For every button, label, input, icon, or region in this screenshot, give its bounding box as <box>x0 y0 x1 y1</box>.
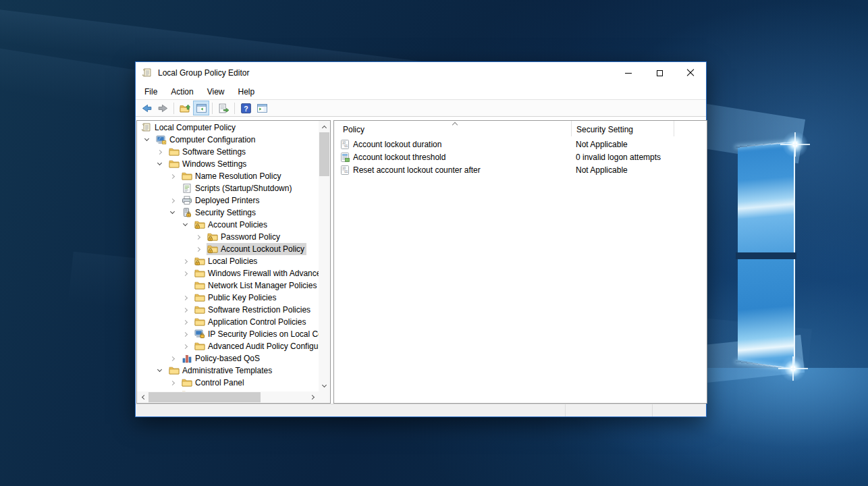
tree-item-local-policies[interactable]: Local Policies <box>137 255 319 267</box>
tree-item-computer-configuration[interactable]: Computer Configuration <box>137 134 319 146</box>
tree-item-name-resolution-policy[interactable]: Name Resolution Policy <box>137 170 319 182</box>
status-separator <box>565 404 566 416</box>
tree-horizontal-scrollbar[interactable] <box>137 392 319 403</box>
list-row-account-lockout-duration[interactable]: Account lockout duration Not Applicable <box>334 138 707 151</box>
chevron-down-icon[interactable] <box>155 163 168 165</box>
chevron-right-icon[interactable] <box>155 151 168 154</box>
scroll-icon <box>142 68 153 78</box>
chevron-right-icon[interactable] <box>168 199 181 202</box>
folder-icon <box>182 171 192 182</box>
help-button[interactable] <box>238 101 254 115</box>
tree-item-administrative-templates[interactable]: Administrative Templates <box>137 364 319 377</box>
folder-lock-icon <box>207 244 218 254</box>
folder-icon <box>194 292 205 303</box>
scroll-up-arrow[interactable] <box>319 121 330 132</box>
sort-ascending-icon <box>452 122 458 128</box>
tree-item-account-lockout-policy[interactable]: Account Lockout Policy <box>137 243 319 255</box>
column-header-policy[interactable]: Policy <box>334 121 571 136</box>
console-tree-panel: Local Computer Policy Computer Configura… <box>136 120 331 404</box>
policy-not-defined-icon <box>340 139 350 150</box>
scroll-down-arrow[interactable] <box>319 380 330 392</box>
tree-item-scripts[interactable]: Scripts (Startup/Shutdown) <box>137 182 319 194</box>
list-row-reset-account-lockout-counter[interactable]: Reset account lockout counter after Not … <box>334 163 707 176</box>
tree-vertical-scrollbar[interactable] <box>319 121 330 392</box>
export-list-icon <box>218 103 229 114</box>
tree-item-public-key-policies[interactable]: Public Key Policies <box>137 292 319 304</box>
tree-item-software-restriction-policies[interactable]: Software Restriction Policies <box>137 304 319 316</box>
toolbar-separator <box>234 103 235 114</box>
tree-item-deployed-printers[interactable]: Deployed Printers <box>137 194 319 207</box>
folder-icon <box>169 159 180 169</box>
horizontal-scroll-thumb[interactable] <box>148 392 261 402</box>
folder-icon <box>194 280 205 291</box>
maximize-button[interactable] <box>644 62 675 84</box>
folder-lock-icon <box>194 256 205 267</box>
chevron-right-icon[interactable] <box>181 308 194 312</box>
policy-defined-icon <box>340 152 350 163</box>
tree-item-application-control-policies[interactable]: Application Control Policies <box>137 316 319 328</box>
tree-item-account-policies[interactable]: Account Policies <box>137 219 319 231</box>
maximize-icon <box>657 70 663 76</box>
scroll-left-arrow[interactable] <box>137 392 148 403</box>
menu-file[interactable]: File <box>138 85 164 99</box>
menu-help[interactable]: Help <box>232 85 262 99</box>
tree-item-policy-based-qos[interactable]: Policy-based QoS <box>137 352 319 364</box>
column-header-security-setting[interactable]: Security Setting <box>571 121 674 136</box>
minimize-button[interactable] <box>613 62 644 84</box>
back-icon <box>141 103 153 114</box>
folder-icon <box>194 268 205 279</box>
local-group-policy-editor-window: Local Group Policy Editor File Action Vi… <box>135 61 707 417</box>
forward-button[interactable] <box>155 101 171 115</box>
column-header-empty[interactable] <box>674 121 707 136</box>
chevron-right-icon[interactable] <box>168 175 181 178</box>
folder-icon <box>169 146 180 157</box>
chevron-right-icon[interactable] <box>168 357 181 360</box>
windows-logo-gap <box>736 252 796 259</box>
show-console-tree-button[interactable] <box>193 101 209 115</box>
tree-item-security-settings[interactable]: Security Settings <box>137 207 319 219</box>
show-action-pane-button[interactable] <box>254 101 270 115</box>
desktop: Local Group Policy Editor File Action Vi… <box>0 0 868 486</box>
toolbar <box>136 99 706 117</box>
vertical-scroll-thumb[interactable] <box>319 132 329 176</box>
policy-list-panel: Policy Security Setting Account lockout … <box>333 120 707 404</box>
chevron-right-icon[interactable] <box>194 248 207 251</box>
chevron-right-icon[interactable] <box>181 296 194 300</box>
close-button[interactable] <box>675 62 706 84</box>
scroll-right-arrow[interactable] <box>307 392 319 403</box>
tree-item-advanced-audit-policy[interactable]: Advanced Audit Policy Configur <box>137 340 319 352</box>
export-list-button[interactable] <box>215 101 232 115</box>
chevron-right-icon[interactable] <box>168 381 181 385</box>
chevron-right-icon[interactable] <box>181 260 194 263</box>
light-glint <box>778 354 808 383</box>
menu-action[interactable]: Action <box>164 85 200 99</box>
console-body: Local Computer Policy Computer Configura… <box>136 117 706 404</box>
tree-item-control-panel[interactable]: Control Panel <box>137 377 319 389</box>
tree-item-network-list-manager-policies[interactable]: Network List Manager Policies <box>137 279 319 292</box>
chevron-right-icon[interactable] <box>181 333 194 336</box>
chevron-right-icon[interactable] <box>181 345 194 348</box>
tree-item-ip-security-policies[interactable]: IP Security Policies on Local Con <box>137 328 319 340</box>
up-one-level-icon <box>180 103 191 114</box>
tree-item-windows-firewall[interactable]: Windows Firewall with Advanced <box>137 267 319 279</box>
chevron-right-icon[interactable] <box>194 236 207 239</box>
list-row-account-lockout-threshold[interactable]: Account lockout threshold 0 invalid logo… <box>334 151 707 163</box>
chevron-down-icon[interactable] <box>155 370 168 371</box>
up-one-level-button[interactable] <box>177 101 193 115</box>
tree-item-password-policy[interactable]: Password Policy <box>137 231 319 243</box>
tree-item-local-computer-policy[interactable]: Local Computer Policy <box>137 122 319 134</box>
tree-item-software-settings[interactable]: Software Settings <box>137 146 319 158</box>
chevron-down-icon[interactable] <box>181 224 194 225</box>
policy-not-defined-icon <box>340 165 350 176</box>
status-bar <box>136 404 706 416</box>
titlebar[interactable]: Local Group Policy Editor <box>136 62 706 84</box>
back-button[interactable] <box>138 101 155 115</box>
tree-item-windows-settings[interactable]: Windows Settings <box>137 158 319 170</box>
chevron-right-icon[interactable] <box>181 272 194 275</box>
toolbar-separator <box>212 103 213 114</box>
chevron-down-icon[interactable] <box>168 212 181 213</box>
script-icon <box>182 183 192 194</box>
chevron-right-icon[interactable] <box>181 321 194 324</box>
chevron-down-icon[interactable] <box>142 139 155 140</box>
menu-view[interactable]: View <box>200 85 232 99</box>
